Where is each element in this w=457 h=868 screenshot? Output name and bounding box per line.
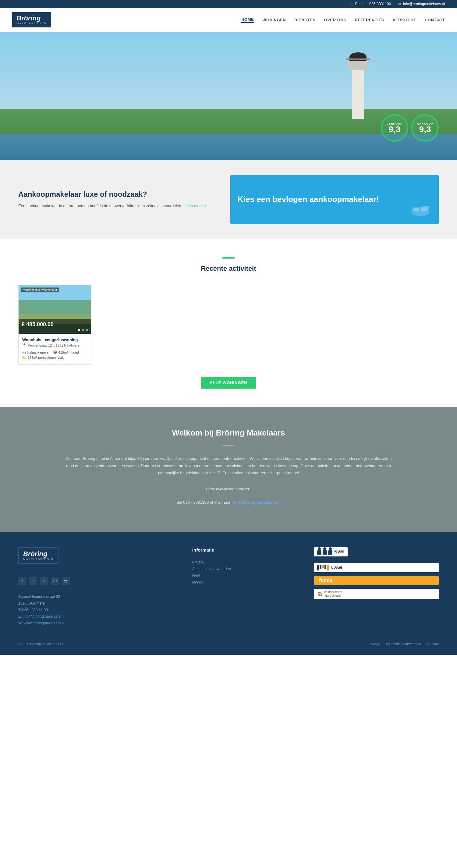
promo-read-more[interactable]: lees meer > xyxy=(186,204,206,208)
section-accent-bar xyxy=(222,257,235,258)
nav-contact[interactable]: CONTACT xyxy=(425,18,445,22)
facebook-icon[interactable]: f xyxy=(18,577,26,585)
nav-diensten[interactable]: DIENSTEN xyxy=(294,18,316,22)
nwwi-link[interactable]: NWWI xyxy=(192,580,203,585)
vastgoed-icon: 🏠 xyxy=(317,591,322,596)
footer-algemene-link[interactable]: Algemene voorwaarden xyxy=(386,642,421,646)
footer-privacy-link[interactable]: Privacy xyxy=(369,642,379,646)
footer-info-title: Informatie xyxy=(192,547,296,553)
dot-1[interactable] xyxy=(78,329,80,331)
price-tag: € 485.000,00 xyxy=(19,319,91,334)
algemene-voorwaarden-link[interactable]: Algemene voorwaarden xyxy=(192,567,231,571)
twitter-icon[interactable]: t xyxy=(29,577,37,585)
nav-woningen[interactable]: WONINGEN xyxy=(262,18,286,22)
nvm-figures xyxy=(317,549,332,555)
bar4 xyxy=(325,565,326,569)
feature-row-2: 📐 138m² perceeloppervlak xyxy=(22,355,87,360)
location-icon: 📍 xyxy=(22,343,27,347)
recent-section: Recente activiteit Verkocht onder voorbe… xyxy=(0,239,457,407)
promo-section: Aankoopmakelaar luxe of noodzaak? Een aa… xyxy=(0,160,457,239)
welcome-body: De naam Bröring staat in Almere al bijna… xyxy=(61,455,396,476)
logo-name: Bröring xyxy=(17,14,47,22)
nvm-logo: NVM xyxy=(314,547,347,556)
nwwi-bars xyxy=(317,565,329,570)
property-image: Verkocht onder voorbehoud € 485.000,00 xyxy=(19,285,91,334)
welcome-email-link[interactable]: info@broringmakelaars.nl xyxy=(232,500,281,505)
nav-home[interactable]: HOME xyxy=(241,17,254,23)
feature-row-1: 🛏 5 slaapkamers 📦 415m³ inhoud xyxy=(22,350,87,354)
logo-subtitle: MAKELAARS O/G xyxy=(17,22,47,25)
price-dots xyxy=(22,329,88,331)
email-link[interactable]: info@broringmakelaars.nl xyxy=(403,2,445,6)
footer-info-links: Privacy Algemene voorwaarden NVM NWWI xyxy=(192,560,296,585)
footer-info-divider xyxy=(192,556,296,556)
phone-number: Bel ons: 036-3031100 xyxy=(355,2,391,6)
nvm-text: NVM xyxy=(334,550,344,554)
footer-social: f t in G+ 📷 xyxy=(18,577,174,585)
nvm-logo-wrapper: NVM xyxy=(314,547,439,559)
property-info: Woonhuis - eengezinswoning 📍 Peppengouw … xyxy=(19,334,91,364)
bar5 xyxy=(327,565,329,570)
googleplus-icon[interactable]: G+ xyxy=(51,577,59,585)
nvm-figure-3 xyxy=(328,549,332,555)
svg-point-3 xyxy=(422,206,425,209)
nav-verkocht[interactable]: VERKOCHT xyxy=(393,18,416,22)
funda-logo: funda xyxy=(314,576,439,585)
property-card[interactable]: Verkocht onder voorbehoud € 485.000,00 W… xyxy=(18,285,91,365)
cube-icon: 📦 xyxy=(53,350,57,354)
footer-email-link[interactable]: info@broringmakelaars.nl xyxy=(23,614,65,619)
alle-woningen-button[interactable]: ALLE WONINGEN xyxy=(201,377,256,389)
main-nav: HOME WONINGEN DIENSTEN OVER ONS REFERENT… xyxy=(241,17,445,23)
footer-logo-col: Bröring MAKELAARS O/G f t in G+ 📷 Samuel… xyxy=(18,547,174,626)
footer-bottom-links: Privacy Algemene voorwaarden Contact xyxy=(369,642,439,646)
lighthouse-tower xyxy=(352,70,364,119)
bird-graphic xyxy=(408,203,433,221)
bedrooms-feature: 🛏 5 slaapkamers xyxy=(22,350,49,354)
footer-website-link[interactable]: www.broringmakelaars.nl xyxy=(24,621,65,625)
dot-3[interactable] xyxy=(86,329,88,331)
list-item: Privacy xyxy=(192,560,296,564)
linkedin-icon[interactable]: in xyxy=(40,577,48,585)
funda-logo-wrapper: funda xyxy=(314,576,439,585)
dot-2[interactable] xyxy=(82,329,84,331)
top-bar: 📞 Bel ons: 036-3031100 ✉ info@broringmak… xyxy=(0,0,457,8)
footer-info-col: Informatie Privacy Algemene voorwaarden … xyxy=(192,547,296,626)
nvm-link[interactable]: NVM xyxy=(192,574,201,578)
bed-icon: 🛏 xyxy=(22,350,26,354)
aankoop-score: 9,3 xyxy=(419,125,431,134)
instagram-icon[interactable]: 📷 xyxy=(62,577,70,585)
phone-icon: 📞 xyxy=(349,2,354,6)
lighthouse-graphic xyxy=(344,70,372,137)
nwwi-logo-wrapper: NWWI xyxy=(314,563,439,572)
verkoop-score: 9,3 xyxy=(389,125,401,134)
aankoop-badge: AANKOOP 9,3 xyxy=(411,114,439,142)
welcome-section: Welkom bij Bröring Makelaars De naam Brö… xyxy=(0,407,457,532)
promo-heading: Aankoopmakelaar luxe of noodzaak? xyxy=(18,190,212,198)
sold-badge: Verkocht onder voorbehoud xyxy=(21,287,59,292)
property-price: € 485.000,00 xyxy=(22,321,54,328)
privacy-link[interactable]: Privacy xyxy=(192,560,204,564)
lighthouse-top xyxy=(347,58,369,70)
area-icon: 📐 xyxy=(22,355,27,360)
hero-sky xyxy=(0,32,457,109)
vastgoed-logo-wrapper: 🏠 vastgoedcertgecertificeerd xyxy=(314,589,439,599)
email-icon: ✉ xyxy=(398,2,401,6)
property-features: 🛏 5 slaapkamers 📦 415m³ inhoud 📐 138m² p… xyxy=(22,350,87,360)
property-grid: Verkocht onder voorbehoud € 485.000,00 W… xyxy=(18,285,439,365)
footer-contact-link[interactable]: Contact xyxy=(427,642,439,646)
nav-referenties[interactable]: REFERENTIES xyxy=(355,18,384,22)
nav-over-ons[interactable]: OVER ONS xyxy=(324,18,346,22)
hero-section: VERKOOP 9,3 AANKOOP 9,3 xyxy=(0,32,457,160)
logo[interactable]: Bröring MAKELAARS O/G xyxy=(12,12,51,27)
vastgoed-text: vastgoedcertgecertificeerd xyxy=(324,591,341,597)
list-item: Algemene voorwaarden xyxy=(192,567,296,571)
footer-logo[interactable]: Bröring MAKELAARS O/G xyxy=(18,547,59,564)
email-info: ✉ info@broringmakelaars.nl xyxy=(398,2,445,6)
welcome-title: Welkom bij Bröring Makelaars xyxy=(61,428,396,438)
bar2 xyxy=(319,565,322,569)
list-item: NWWI xyxy=(192,580,296,585)
promo-body: Een aankoopmakelaar in de arm nemen heef… xyxy=(18,203,212,209)
recent-title: Recente activiteit xyxy=(18,265,439,273)
footer-divider-2 xyxy=(18,590,174,590)
area-feature: 📐 138m² perceeloppervlak xyxy=(22,355,64,360)
